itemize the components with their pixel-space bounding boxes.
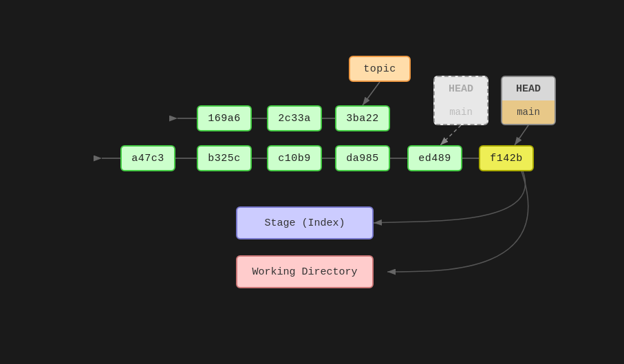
head-main-solid: HEAD main bbox=[501, 76, 556, 125]
commit-a47c3: a47c3 bbox=[120, 145, 175, 171]
head-dashed-main: main bbox=[435, 100, 487, 124]
svg-line-13 bbox=[440, 125, 461, 145]
commit-169a6-label: 169a6 bbox=[208, 113, 241, 125]
arrows-svg bbox=[0, 0, 624, 364]
head-solid-head: HEAD bbox=[502, 77, 555, 100]
commit-2c33a-label: 2c33a bbox=[278, 113, 311, 125]
commit-2c33a: 2c33a bbox=[267, 105, 322, 131]
head-dashed-head: HEAD bbox=[435, 77, 487, 100]
commit-3ba22: 3ba22 bbox=[335, 105, 390, 131]
commit-da985-label: da985 bbox=[346, 153, 379, 164]
commit-a47c3-label: a47c3 bbox=[131, 153, 164, 164]
working-directory-label: Working Directory bbox=[252, 266, 357, 278]
commit-da985: da985 bbox=[335, 145, 390, 171]
commit-f142b: f142b bbox=[479, 145, 534, 171]
commit-ed489-label: ed489 bbox=[418, 153, 451, 164]
stage-index-node: Stage (Index) bbox=[236, 206, 374, 239]
working-directory-node: Working Directory bbox=[236, 255, 374, 288]
head-main-dashed: HEAD main bbox=[433, 76, 488, 125]
commit-b325c: b325c bbox=[197, 145, 252, 171]
stage-label: Stage (Index) bbox=[264, 217, 345, 229]
svg-line-3 bbox=[363, 82, 380, 105]
commit-f142b-label: f142b bbox=[490, 153, 523, 164]
commit-b325c-label: b325c bbox=[208, 153, 241, 164]
diagram-container: topic 3ba22 2c33a 169a6 da985 c10b9 b325… bbox=[0, 0, 624, 364]
commit-169a6: 169a6 bbox=[197, 105, 252, 131]
head-solid-main: main bbox=[502, 100, 555, 124]
commit-3ba22-label: 3ba22 bbox=[346, 113, 379, 125]
topic-label: topic bbox=[363, 63, 396, 75]
svg-line-14 bbox=[515, 125, 528, 145]
topic-node: topic bbox=[349, 56, 411, 82]
commit-c10b9-label: c10b9 bbox=[278, 153, 311, 164]
commit-c10b9: c10b9 bbox=[267, 145, 322, 171]
commit-ed489: ed489 bbox=[407, 145, 462, 171]
